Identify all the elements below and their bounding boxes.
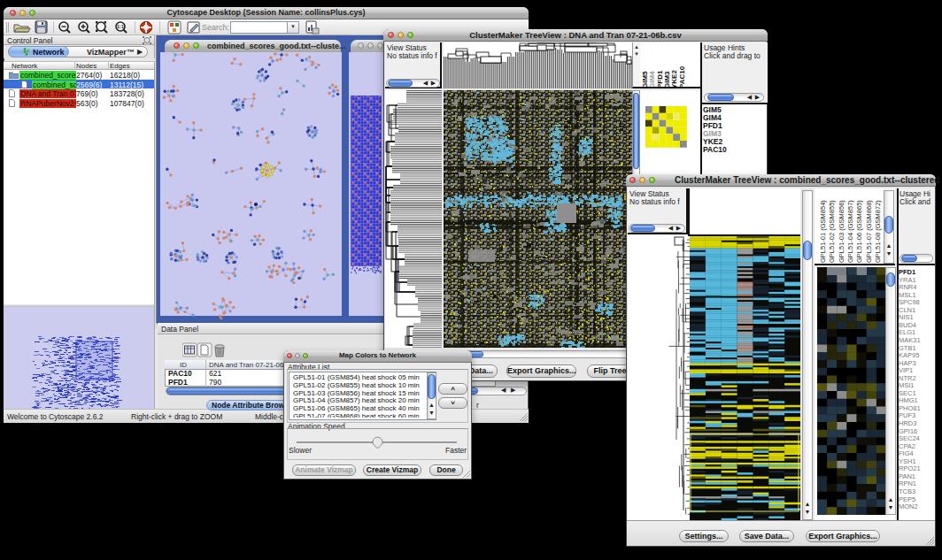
svg-text:GPL51-08 (GSM872): GPL51-08 (GSM872) bbox=[874, 200, 882, 263]
svg-text:PAC10: PAC10 bbox=[678, 65, 686, 87]
svg-text:GPL51-04 (GSM857): GPL51-04 (GSM857) bbox=[846, 200, 854, 263]
svg-text:GPL51-01 (GSM854): GPL51-01 (GSM854) bbox=[819, 200, 827, 263]
svg-text:GPL51-07 (GSM868): GPL51-07 (GSM868) bbox=[865, 200, 873, 263]
svg-text:GPL51-03 (GSM856): GPL51-03 (GSM856) bbox=[838, 200, 845, 263]
svg-text:GPL51-06 (GSM865): GPL51-06 (GSM865) bbox=[855, 200, 863, 263]
svg-text:GPL51-02 (GSM855): GPL51-02 (GSM855) bbox=[828, 200, 836, 263]
svg-text:1:1: 1:1 bbox=[117, 24, 124, 29]
